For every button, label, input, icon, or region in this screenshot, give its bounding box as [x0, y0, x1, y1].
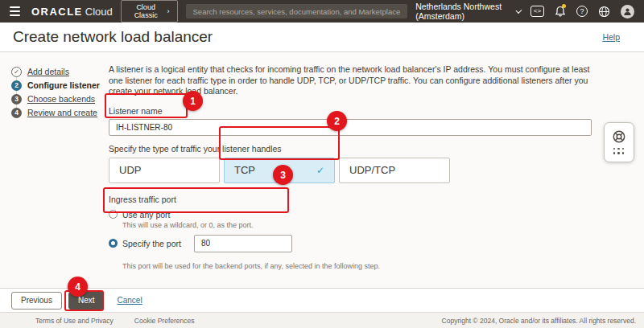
notifications-button[interactable] [555, 4, 566, 18]
brand-oracle: ORACLE [31, 6, 83, 18]
search-input[interactable] [186, 4, 408, 18]
step-review-create-label[interactable]: Review and create [27, 108, 97, 117]
help-link[interactable]: Help [602, 32, 631, 42]
traffic-type-label: Specify the type of traffic your listene… [109, 144, 592, 154]
brand-cloud: Cloud [85, 6, 113, 18]
person-icon [623, 7, 632, 16]
region-label: Netherlands Northwest (Amsterdam) [415, 2, 511, 21]
step-add-details[interactable]: ✓ Add details [11, 66, 100, 77]
wizard-stepper: ✓ Add details 2 Configure listener 3 Cho… [11, 66, 100, 121]
next-button[interactable]: Next [68, 292, 105, 310]
question-icon: ? [576, 6, 588, 17]
port-note: This port will be used for the backend p… [122, 262, 592, 270]
traffic-option-tcp-label: TCP [234, 164, 255, 176]
listener-name-input[interactable] [109, 119, 592, 136]
page-header: Create network load balancer Help [0, 23, 644, 52]
specify-port-radio[interactable] [109, 239, 118, 248]
step-done-check-icon: ✓ [11, 67, 22, 77]
configure-listener-form: A listener is a logical entity that chec… [109, 64, 592, 270]
globe-icon [598, 6, 610, 18]
step-configure-listener[interactable]: 2 Configure listener [11, 80, 100, 91]
hamburger-menu-icon[interactable] [10, 6, 20, 16]
topbar-right: Netherlands Northwest (Amsterdam) <> ? [415, 2, 634, 21]
port-input[interactable] [194, 235, 292, 252]
cancel-link[interactable]: Cancel [117, 296, 142, 305]
step-choose-backends[interactable]: 3 Choose backends [11, 93, 100, 105]
action-bar: Previous Next Cancel [0, 288, 644, 312]
traffic-option-udp-label: UDP [119, 164, 141, 176]
traffic-type-options: UDP TCP ✓ UDP/TCP [109, 158, 592, 183]
use-any-port-hint: This will use a wildcard, or 0, as the p… [122, 221, 592, 229]
lifering-icon [612, 129, 626, 144]
drag-dots-icon [613, 148, 625, 156]
step-choose-backends-label[interactable]: Choose backends [27, 94, 95, 104]
cloud-classic-label: Cloud Classic [129, 3, 163, 19]
ingress-port-label: Ingress traffic port [109, 195, 592, 204]
footer: Terms of Use and Privacy Cookie Preferen… [0, 312, 644, 328]
chevron-right-icon: › [167, 7, 170, 15]
oracle-cloud-console: ORACLECloud Cloud Classic › Netherlands … [0, 0, 644, 328]
user-menu-button[interactable] [621, 4, 634, 18]
code-icon: <> [530, 6, 544, 17]
traffic-option-udp-tcp-label: UDP/TCP [349, 164, 395, 176]
oracle-cloud-logo[interactable]: ORACLECloud [31, 6, 113, 18]
specify-port-label: Specify the port [122, 239, 181, 248]
use-any-port-label: Use any port [122, 210, 171, 219]
use-any-port-radio[interactable] [109, 210, 118, 219]
developer-tools-button[interactable]: <> [530, 4, 544, 18]
step-configure-listener-label: Configure listener [27, 80, 100, 90]
use-any-port-option[interactable]: Use any port [109, 210, 592, 219]
listener-name-label: Listener name [109, 106, 592, 116]
step-add-details-label[interactable]: Add details [27, 67, 69, 76]
step-review-create[interactable]: 4 Review and create [11, 107, 100, 118]
help-button[interactable]: ? [576, 4, 588, 18]
cloud-classic-button[interactable]: Cloud Classic › [121, 0, 178, 23]
step-3-badge: 3 [11, 94, 22, 105]
support-widget[interactable] [604, 122, 634, 162]
footer-links: Terms of Use and Privacy Cookie Preferen… [35, 317, 195, 325]
traffic-option-tcp[interactable]: TCP ✓ [224, 158, 335, 183]
check-icon: ✓ [316, 165, 324, 176]
specify-port-option[interactable]: Specify the port [109, 233, 592, 254]
language-button[interactable] [598, 4, 610, 18]
notification-dot [562, 4, 566, 8]
topbar: ORACLECloud Cloud Classic › Netherlands … [0, 0, 644, 23]
step-2-badge: 2 [11, 80, 22, 91]
step-4-badge: 4 [11, 108, 22, 118]
terms-link[interactable]: Terms of Use and Privacy [35, 317, 114, 325]
listener-description: A listener is a logical entity that chec… [109, 64, 592, 97]
copyright-text: Copyright © 2024, Oracle and/or its affi… [442, 317, 636, 325]
avatar [621, 5, 634, 18]
chevron-down-icon [515, 7, 521, 13]
traffic-option-udp-tcp[interactable]: UDP/TCP [339, 158, 450, 183]
cookie-preferences-link[interactable]: Cookie Preferences [134, 317, 195, 325]
traffic-option-udp[interactable]: UDP [109, 158, 220, 183]
region-selector[interactable]: Netherlands Northwest (Amsterdam) [415, 2, 520, 21]
page-title: Create network load balancer [13, 28, 213, 46]
previous-button[interactable]: Previous [11, 292, 62, 310]
